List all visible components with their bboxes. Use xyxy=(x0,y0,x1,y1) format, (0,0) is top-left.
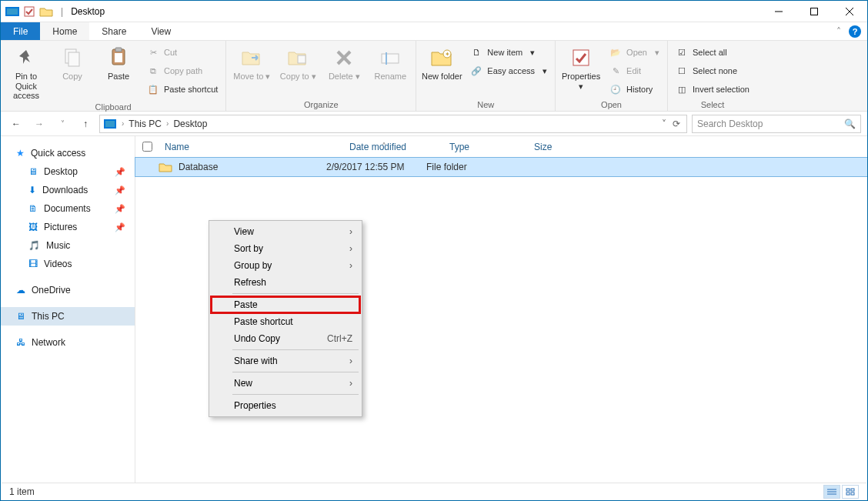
status-bar: 1 item xyxy=(2,483,866,499)
address-dropdown-icon[interactable]: ˅ xyxy=(662,119,666,129)
maximize-button[interactable] xyxy=(796,1,832,22)
address-bar[interactable]: › This PC › Desktop ˅ ⟳ xyxy=(99,115,687,133)
pin-quick-access-button[interactable]: Pin to Quick access xyxy=(4,42,48,101)
minimize-button[interactable] xyxy=(761,1,796,22)
ribbon-tabs: File Home Share View ˄ ? xyxy=(1,22,867,41)
history-button[interactable]: 🕘History xyxy=(605,81,664,98)
copy-to-button[interactable]: Copy to ▾ xyxy=(275,42,320,82)
ctx-separator xyxy=(232,372,359,372)
chevron-right-icon[interactable]: › xyxy=(122,119,124,128)
nav-forward-button[interactable]: → xyxy=(30,115,48,133)
ctx-share-with[interactable]: Share with› xyxy=(211,352,360,369)
ctx-paste[interactable]: Paste xyxy=(211,296,360,313)
ribbon-group-label: Organize xyxy=(229,99,412,111)
star-icon: ★ xyxy=(16,148,25,159)
column-date[interactable]: Date modified xyxy=(343,142,443,152)
paste-shortcut-icon: 📋 xyxy=(147,83,159,95)
ctx-shortcut: Ctrl+Z xyxy=(327,333,352,344)
chevron-right-icon: › xyxy=(349,378,352,389)
sidebar-item-videos[interactable]: 🎞Videos xyxy=(1,255,135,273)
crumb-thispc[interactable]: This PC xyxy=(125,119,165,129)
svg-rect-27 xyxy=(846,493,850,495)
qat-properties-icon[interactable] xyxy=(22,6,36,17)
ctx-group[interactable]: Group by› xyxy=(211,257,360,274)
sidebar-item-music[interactable]: 🎵Music xyxy=(1,236,135,255)
tab-view[interactable]: View xyxy=(139,22,183,40)
nav-up-button[interactable]: ↑ xyxy=(76,115,95,133)
ctx-new[interactable]: New› xyxy=(211,375,360,392)
paste-button[interactable]: Paste xyxy=(96,42,141,82)
ctx-properties[interactable]: Properties xyxy=(211,397,360,414)
view-large-icons-button[interactable] xyxy=(842,485,859,499)
view-details-button[interactable] xyxy=(823,485,840,499)
chevron-right-icon: › xyxy=(349,260,352,271)
ctx-refresh[interactable]: Refresh xyxy=(211,274,360,291)
new-item-button[interactable]: 🗋New item ▾ xyxy=(466,44,552,61)
help-icon[interactable]: ? xyxy=(849,25,861,38)
folder-icon xyxy=(159,162,172,172)
table-row[interactable]: Database 2/9/2017 12:55 PM File folder xyxy=(135,158,867,176)
select-none-button[interactable]: ☐Select none xyxy=(671,62,754,79)
column-size[interactable]: Size xyxy=(528,142,589,152)
delete-button[interactable]: Delete ▾ xyxy=(322,42,366,82)
column-type[interactable]: Type xyxy=(443,142,528,152)
search-icon: 🔍 xyxy=(844,119,856,129)
sidebar-item-network[interactable]: 🖧Network xyxy=(1,333,135,352)
svg-rect-21 xyxy=(105,121,115,127)
ribbon-collapse-icon[interactable]: ˄ xyxy=(836,26,841,37)
easy-access-button[interactable]: 🔗Easy access ▾ xyxy=(466,62,552,79)
ctx-view[interactable]: View› xyxy=(211,223,360,240)
refresh-icon[interactable]: ⟳ xyxy=(673,119,680,129)
tab-share[interactable]: Share xyxy=(89,22,139,40)
ribbon-group-select: ☑Select all ☐Select none ◫Invert selecti… xyxy=(668,41,757,111)
copy-path-button[interactable]: ⧉Copy path xyxy=(142,62,222,79)
new-folder-button[interactable]: ✦ New folder xyxy=(419,42,464,82)
select-all-checkbox[interactable] xyxy=(142,142,152,152)
context-menu: View› Sort by› Group by› Refresh Paste P… xyxy=(209,220,362,417)
close-button[interactable] xyxy=(832,1,867,22)
rename-button[interactable]: Rename xyxy=(368,42,412,82)
nav-recent-button[interactable]: ˅ xyxy=(53,115,72,133)
ctx-separator xyxy=(232,394,359,395)
ctx-sort[interactable]: Sort by› xyxy=(211,240,360,257)
cut-button[interactable]: ✂Cut xyxy=(142,44,222,61)
select-all-button[interactable]: ☑Select all xyxy=(671,44,754,61)
move-to-button[interactable]: Move to ▾ xyxy=(229,42,274,82)
open-button[interactable]: 📂Open ▾ xyxy=(605,44,664,61)
copy-button[interactable]: Copy xyxy=(50,42,95,82)
ctx-undo-copy[interactable]: Undo CopyCtrl+Z xyxy=(211,330,360,347)
column-name[interactable]: Name˄ xyxy=(159,142,343,152)
chevron-right-icon[interactable]: › xyxy=(166,119,169,128)
onedrive-icon: ☁ xyxy=(16,285,25,296)
sidebar-item-onedrive[interactable]: ☁OneDrive xyxy=(1,281,135,299)
thispc-icon: 🖥 xyxy=(16,311,25,322)
invert-selection-button[interactable]: ◫Invert selection xyxy=(671,81,754,98)
invert-selection-icon: ◫ xyxy=(676,83,688,95)
new-item-icon: 🗋 xyxy=(470,46,482,58)
sidebar-item-pictures[interactable]: 🖼Pictures📌 xyxy=(1,218,135,236)
crumb-desktop[interactable]: Desktop xyxy=(170,119,210,129)
svg-rect-12 xyxy=(298,55,305,63)
svg-rect-2 xyxy=(25,7,34,16)
qat-newfolder-icon[interactable] xyxy=(39,6,53,17)
sidebar-item-documents[interactable]: 🗎Documents📌 xyxy=(1,199,135,218)
search-placeholder: Search Desktop xyxy=(697,119,763,129)
tab-home[interactable]: Home xyxy=(40,22,89,40)
paste-shortcut-button[interactable]: 📋Paste shortcut xyxy=(142,81,222,98)
file-date: 2/9/2017 12:55 PM xyxy=(320,162,420,172)
location-icon xyxy=(103,119,117,129)
ctx-paste-shortcut[interactable]: Paste shortcut xyxy=(211,313,360,330)
svg-rect-26 xyxy=(851,489,854,491)
edit-button[interactable]: ✎Edit xyxy=(605,62,664,79)
properties-button[interactable]: Properties ▾ xyxy=(559,42,603,91)
sidebar-item-thispc[interactable]: 🖥This PC xyxy=(1,307,135,326)
documents-icon: 🗎 xyxy=(28,203,38,214)
sidebar-item-downloads[interactable]: ⬇Downloads📌 xyxy=(1,181,135,199)
tab-file[interactable]: File xyxy=(1,22,40,40)
nav-back-button[interactable]: ← xyxy=(7,115,25,133)
sidebar-item-desktop[interactable]: 🖥Desktop📌 xyxy=(1,162,135,181)
svg-rect-15 xyxy=(382,54,399,63)
sidebar-item-quick-access[interactable]: ★ Quick access xyxy=(1,144,135,162)
search-input[interactable]: Search Desktop 🔍 xyxy=(692,115,861,133)
pin-icon: 📌 xyxy=(115,204,125,214)
